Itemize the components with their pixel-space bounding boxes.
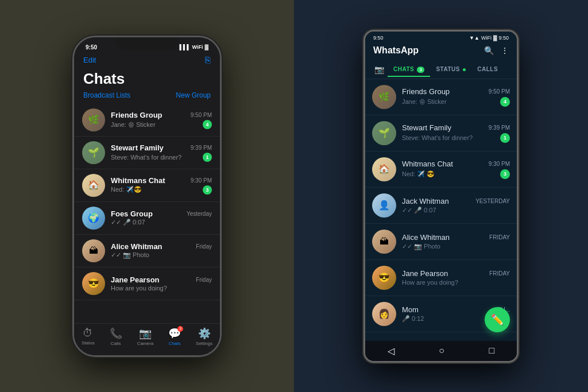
android-bottom-friends-group: Jane: 🏵 Sticker 4 [402, 97, 510, 107]
calls-tab-icon: 📞 [110, 327, 122, 340]
android-time-jane-pearson: FRIDAY [489, 270, 510, 277]
android-tab-calls[interactable]: CALLS [471, 61, 504, 77]
iphone-tab-bar: ⏱ Status 📞 Calls 📷 Camera 💬 3 Chats [74, 323, 220, 355]
android-tab-chats[interactable]: CHATS 3 [388, 61, 430, 77]
broadcast-lists-link[interactable]: Broadcast Lists [83, 91, 130, 99]
chat-content-jane-pearson: Jane Pearson Friday How are you doing? [111, 275, 212, 292]
android-content-jane-pearson: Jane Pearson FRIDAY How are you doing? [402, 269, 510, 286]
chat-item-stewart-family[interactable]: 🌱 Stewart Family 9:39 PM Steve: What's f… [74, 137, 220, 169]
edit-button[interactable]: Edit [83, 56, 96, 64]
android-top-stewart-family: Stewart Family 9:39 PM [402, 123, 510, 132]
tab-chats[interactable]: 💬 3 Chats [168, 327, 181, 346]
android-bottom-jack-whitman: ✓✓ 🎤 0:07 [402, 207, 510, 214]
iphone-notch [115, 37, 179, 50]
chats-tab-badge: 3 [417, 67, 424, 73]
chat-preview-stewart-family: Steve: What's for dinner? [111, 154, 181, 161]
avatar-alice-whitman: 🏔 [82, 239, 105, 262]
android-preview-jane-pearson: How are you doing? [402, 279, 458, 286]
chat-bottom-jane-pearson: How are you doing? [111, 285, 212, 292]
android-top-friends-group: Friends Group 9:50 PM [402, 87, 510, 96]
chat-time-alice-whitman: Friday [196, 243, 212, 250]
android-tab-bar: 📷 CHATS 3 STATUS CALLS [365, 60, 517, 79]
more-options-icon[interactable]: ⋮ [501, 46, 509, 55]
android-battery-icon: ▓ [493, 35, 497, 41]
android-avatar-stewart-family: 🌱 [372, 121, 396, 145]
avatar-friends-group: 🌿 [82, 108, 105, 131]
iphone-status-right: ▌▌▌ WiFi ▓ [179, 44, 208, 50]
android-content-stewart-family: Stewart Family 9:39 PM Steve: What's for… [402, 123, 510, 143]
android-badge-whitmans-chat: 3 [500, 169, 510, 179]
chat-time-friends-group: 9:50 PM [191, 112, 212, 118]
android-top-jane-pearson: Jane Pearson FRIDAY [402, 269, 510, 278]
android-app-header: WhatsApp 🔍 ⋮ [365, 43, 517, 60]
android-home-button[interactable]: ○ [439, 346, 444, 356]
iphone-frame: 9:50 ▌▌▌ WiFi ▓ Edit ⎘ Chats Broadcast L… [72, 36, 222, 357]
android-back-button[interactable]: ◁ [388, 346, 394, 356]
chat-item-foes-group[interactable]: 🌍 Foes Group Yesterday ✓✓ 🎤 0:07 [74, 202, 220, 235]
android-name-stewart-family: Stewart Family [402, 123, 451, 132]
chat-top-jane-pearson: Jane Pearson Friday [111, 275, 212, 284]
compose-button[interactable]: ⎘ [205, 55, 211, 65]
android-content-whitmans-chat: Whitmans Chat 9:30 PM Ned: ✈️ 😎 3 [402, 160, 510, 179]
chat-preview-jane-pearson: How are you doing? [111, 285, 167, 292]
tab-camera[interactable]: 📷 Camera [137, 327, 153, 346]
chat-bottom-whitmans-chat: Ned: ✈️😎 3 [111, 185, 212, 195]
badge-whitmans-chat: 3 [203, 185, 212, 195]
chat-top-foes-group: Foes Group Yesterday [111, 209, 212, 218]
chat-top-friends-group: Friends Group 9:50 PM [111, 111, 212, 119]
chats-subheader: Broadcast Lists New Group [74, 91, 220, 104]
chat-preview-friends-group: Jane: 🏵 Sticker [111, 121, 156, 128]
android-chat-jane-pearson[interactable]: 😎 Jane Pearson FRIDAY How are you doing? [365, 260, 517, 296]
android-time-friends-group: 9:50 PM [489, 88, 510, 95]
new-group-link[interactable]: New Group [176, 91, 211, 99]
tab-settings[interactable]: ⚙️ Settings [196, 327, 212, 346]
chats-title: Chats [74, 70, 220, 91]
ios-chat-list: 🌿 Friends Group 9:50 PM Jane: 🏵 Sticker … [74, 104, 220, 300]
android-preview-whitmans-chat: Ned: ✈️ 😎 [402, 170, 435, 178]
status-tab-label: Status [82, 340, 95, 346]
avatar-jane-pearson: 😎 [82, 272, 105, 295]
iphone-header: Edit ⎘ [74, 53, 220, 70]
android-tab-status[interactable]: STATUS [430, 61, 471, 77]
android-bottom-alice-whitman: ✓✓ 📷 Photo [402, 243, 510, 250]
chat-item-friends-group[interactable]: 🌿 Friends Group 9:50 PM Jane: 🏵 Sticker … [74, 104, 220, 137]
android-header-actions: 🔍 ⋮ [484, 46, 509, 55]
search-icon[interactable]: 🔍 [484, 46, 494, 55]
android-camera-tab[interactable]: 📷 [371, 60, 388, 79]
android-time-alice-whitman: FRIDAY [489, 234, 510, 240]
chat-top-alice-whitman: Alice Whitman Friday [111, 242, 212, 251]
android-chat-alice-whitman[interactable]: 🏔 Alice Whitman FRIDAY ✓✓ 📷 Photo [365, 224, 517, 260]
android-preview-stewart-family: Steve: What's for dinner? [402, 134, 473, 141]
android-top-whitmans-chat: Whitmans Chat 9:30 PM [402, 160, 510, 168]
android-status-bar: 9:50 ▼▲ WiFi ▓ 9:50 [365, 32, 517, 43]
chat-time-whitmans-chat: 9:30 PM [191, 177, 212, 184]
chats-tab-label: Chats [169, 341, 181, 346]
android-chat-stewart-family[interactable]: 🌱 Stewart Family 9:39 PM Steve: What's f… [365, 115, 517, 152]
chat-preview-alice-whitman: ✓✓ 📷 Photo [111, 251, 149, 259]
android-name-mom: Mom [402, 305, 419, 314]
badge-stewart-family: 1 [203, 153, 212, 162]
chat-item-whitmans-chat[interactable]: 🏠 Whitmans Chat 9:30 PM Ned: ✈️😎 3 [74, 169, 220, 202]
android-preview-friends-group: Jane: 🏵 Sticker [402, 98, 447, 105]
wifi-icon: WiFi [192, 44, 203, 50]
android-chat-jack-whitman[interactable]: 👤 Jack Whitman YESTERDAY ✓✓ 🎤 0:07 [365, 188, 517, 224]
fab-compose[interactable]: ✏️ [485, 307, 510, 332]
android-time-stewart-family: 9:39 PM [489, 125, 510, 131]
android-screen: 9:50 ▼▲ WiFi ▓ 9:50 WhatsApp 🔍 ⋮ 📷 [365, 32, 517, 361]
chat-item-alice-whitman[interactable]: 🏔 Alice Whitman Friday ✓✓ 📷 Photo [74, 235, 220, 267]
tab-calls[interactable]: 📞 Calls [110, 327, 122, 346]
android-content-jack-whitman: Jack Whitman YESTERDAY ✓✓ 🎤 0:07 [402, 197, 510, 214]
chat-item-jane-pearson[interactable]: 😎 Jane Pearson Friday How are you doing? [74, 267, 220, 300]
android-avatar-mom: 👩 [372, 302, 396, 326]
android-badge-stewart-family: 1 [500, 133, 510, 143]
android-badge-friends-group: 4 [500, 97, 510, 107]
tab-status[interactable]: ⏱ Status [82, 327, 95, 346]
android-status-time: 9:50 [498, 35, 509, 41]
chat-name-stewart-family: Stewart Family [111, 143, 164, 152]
android-recents-button[interactable]: □ [489, 346, 495, 356]
android-chat-friends-group[interactable]: 🌿 Friends Group 9:50 PM Jane: 🏵 Sticker … [365, 79, 517, 115]
android-avatar-alice-whitman: 🏔 [372, 230, 396, 254]
chat-bottom-friends-group: Jane: 🏵 Sticker 4 [111, 120, 212, 129]
android-preview-alice-whitman: ✓✓ 📷 Photo [402, 243, 440, 250]
android-chat-whitmans-chat[interactable]: 🏠 Whitmans Chat 9:30 PM Ned: ✈️ 😎 3 [365, 152, 517, 188]
